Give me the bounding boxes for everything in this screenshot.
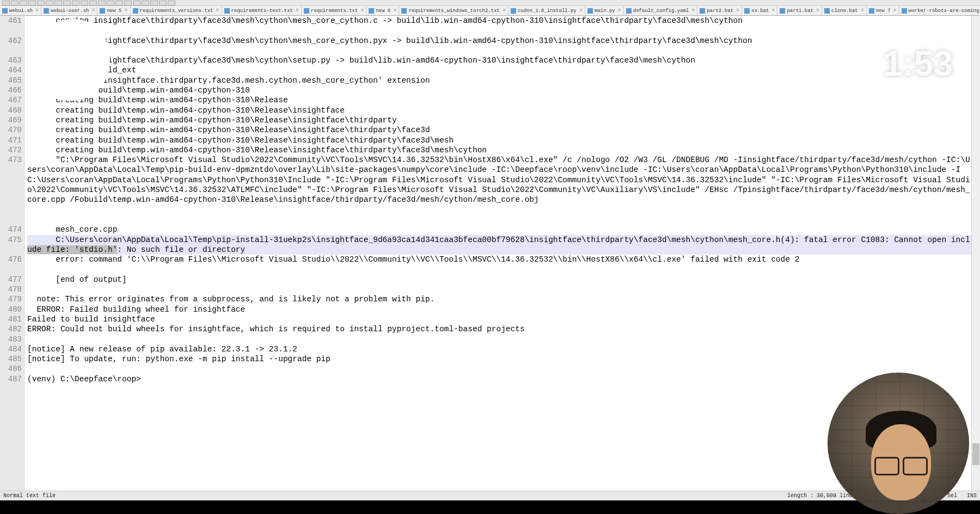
file-icon bbox=[224, 8, 230, 14]
toolbar-button[interactable] bbox=[2, 1, 10, 5]
file-tab[interactable]: clone.bat× bbox=[822, 6, 867, 15]
line-number: 475 bbox=[0, 235, 22, 255]
close-icon[interactable]: × bbox=[771, 8, 775, 14]
toolbar-button[interactable] bbox=[159, 1, 167, 5]
status-ins: INS bbox=[967, 493, 977, 499]
toolbar-button[interactable] bbox=[46, 1, 53, 5]
tab-label: requirements.txt bbox=[311, 8, 358, 14]
file-tab[interactable]: cudnn_1.8_install.py× bbox=[509, 6, 585, 15]
line-number: 476 bbox=[0, 255, 22, 275]
close-icon[interactable]: × bbox=[691, 8, 695, 14]
tab-label: xx.bat bbox=[751, 8, 769, 14]
file-tab[interactable]: requirements-test.txt× bbox=[222, 6, 302, 15]
line-number: 470 bbox=[0, 125, 22, 135]
file-tab[interactable]: requirements_versions.txt× bbox=[131, 6, 222, 15]
toolbar-button[interactable] bbox=[98, 1, 106, 5]
close-icon[interactable]: × bbox=[360, 8, 364, 14]
file-tab[interactable]: webui.sh× bbox=[0, 6, 41, 15]
close-icon[interactable]: × bbox=[393, 8, 396, 14]
code-line bbox=[27, 364, 971, 374]
tab-label: requirements_versions.txt bbox=[140, 8, 213, 14]
close-icon[interactable]: × bbox=[35, 8, 39, 14]
code-line: creating build\temp.win-amd64-cpython-31… bbox=[27, 106, 971, 115]
line-number: 464 bbox=[0, 65, 22, 75]
file-tab[interactable]: webui-user.sh× bbox=[41, 6, 97, 15]
vertical-scrollbar[interactable] bbox=[971, 16, 980, 491]
video-bottom-bar bbox=[0, 500, 980, 514]
line-number: 461 bbox=[0, 16, 22, 36]
line-number: 480 bbox=[0, 305, 22, 314]
close-icon[interactable]: × bbox=[861, 8, 864, 14]
toolbar-button[interactable] bbox=[124, 1, 132, 5]
line-number-gutter: 4614624634644654664674684694704714724734… bbox=[0, 16, 25, 491]
toolbar-button[interactable] bbox=[28, 1, 36, 5]
toolbar-button[interactable] bbox=[133, 1, 140, 5]
code-line: ERROR: Could not build wheels for insigh… bbox=[27, 324, 971, 334]
file-icon bbox=[744, 8, 750, 14]
status-filetype: Normal text file bbox=[3, 493, 56, 499]
file-tab[interactable]: new 6× bbox=[366, 6, 399, 15]
tab-label: part1.bat bbox=[787, 8, 813, 14]
toolbar-button[interactable] bbox=[89, 1, 97, 5]
toolbar-button[interactable] bbox=[11, 1, 19, 5]
code-line: (venv) C:\Deepface\roop> bbox=[27, 374, 971, 384]
file-tab[interactable]: main.py× bbox=[585, 6, 624, 15]
code-line bbox=[27, 284, 971, 294]
code-line: Failed to build insightface bbox=[27, 314, 971, 324]
line-number: 471 bbox=[0, 135, 22, 145]
code-area[interactable]: copying insightface\thirdparty\face3d\me… bbox=[25, 16, 971, 491]
scrollbar-thumb[interactable] bbox=[972, 443, 979, 465]
toolbar-button[interactable] bbox=[54, 1, 62, 5]
toolbar-button[interactable] bbox=[37, 1, 45, 5]
tab-label: webui-user.sh bbox=[51, 8, 89, 14]
code-line: copying insightface\thirdparty\face3d\me… bbox=[27, 16, 971, 36]
close-icon[interactable]: × bbox=[503, 8, 506, 14]
file-icon bbox=[511, 8, 516, 14]
status-bar: Normal text file length : 30,009 lines :… bbox=[0, 491, 980, 500]
line-number: 487 bbox=[0, 374, 22, 384]
file-tab[interactable]: xx.bat× bbox=[742, 6, 777, 15]
file-tab[interactable]: requirements.txt× bbox=[302, 6, 366, 15]
tab-label: new 7 bbox=[876, 8, 891, 14]
file-tab[interactable]: worker-robots-are-coming-to-houses.txt× bbox=[899, 6, 980, 15]
line-number: 486 bbox=[0, 364, 22, 374]
file-tab[interactable]: new 5× bbox=[97, 6, 130, 15]
close-icon[interactable]: × bbox=[579, 8, 583, 14]
file-tab[interactable]: part2.bat× bbox=[697, 6, 742, 15]
close-icon[interactable]: × bbox=[736, 8, 739, 14]
toolbar-button[interactable] bbox=[72, 1, 79, 5]
toolbar-button[interactable] bbox=[115, 1, 123, 5]
close-icon[interactable]: × bbox=[296, 8, 299, 14]
toolbar bbox=[0, 0, 980, 6]
file-tab[interactable]: requirements_windows_torch2.txt× bbox=[399, 6, 508, 15]
toolbar-button[interactable] bbox=[20, 1, 27, 5]
close-icon[interactable]: × bbox=[91, 8, 95, 14]
toolbar-button[interactable] bbox=[142, 1, 149, 5]
file-icon bbox=[902, 8, 907, 14]
timer-text: 1:53 bbox=[883, 44, 953, 84]
code-line: ERROR: Failed building wheel for insight… bbox=[27, 305, 971, 314]
tab-label: cudnn_1.8_install.py bbox=[518, 8, 577, 14]
tab-label: worker-robots-are-coming-to-houses.txt bbox=[909, 8, 980, 14]
code-line: running build_ext bbox=[27, 65, 971, 75]
line-number: 478 bbox=[0, 284, 22, 294]
file-icon bbox=[44, 8, 49, 14]
close-icon[interactable]: × bbox=[618, 8, 621, 14]
file-tab[interactable]: default_config.yaml× bbox=[624, 6, 698, 15]
code-line: building 'insightface.thirdparty.face3d.… bbox=[27, 76, 971, 85]
code-line: [notice] A new release of pip available:… bbox=[27, 344, 971, 354]
close-icon[interactable]: × bbox=[124, 8, 127, 14]
file-tab[interactable]: part1.bat× bbox=[777, 6, 822, 15]
toolbar-button[interactable] bbox=[81, 1, 88, 5]
toolbar-button[interactable] bbox=[63, 1, 71, 5]
code-line: copying insightface\thirdparty\face3d\me… bbox=[27, 55, 971, 65]
code-line: mesh_core.cpp bbox=[27, 225, 971, 234]
toolbar-button[interactable] bbox=[168, 1, 175, 5]
close-icon[interactable]: × bbox=[216, 8, 219, 14]
close-icon[interactable]: × bbox=[893, 8, 897, 14]
toolbar-button[interactable] bbox=[150, 1, 158, 5]
close-icon[interactable]: × bbox=[816, 8, 819, 14]
code-line: note: This error originates from a subpr… bbox=[27, 294, 971, 304]
toolbar-button[interactable] bbox=[107, 1, 114, 5]
file-tab[interactable]: new 7× bbox=[867, 6, 899, 15]
